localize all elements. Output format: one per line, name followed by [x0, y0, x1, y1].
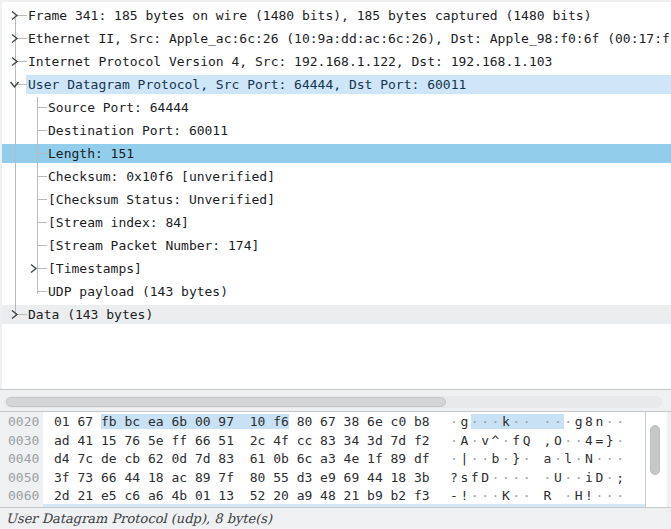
hex-ascii: ·g···k·· ···g8n·· [450, 413, 627, 432]
bytes: 80 67 38 6e c0 b8 [289, 414, 430, 429]
hex-row-0030[interactable]: 0030ad 41 15 76 5e ff 66 51 2c 4f cc 83 … [0, 432, 645, 451]
tree-row-label: Frame 341: 185 bytes on wire (1480 bits)… [28, 8, 592, 23]
vertical-scrollbar-thumb[interactable] [650, 425, 660, 475]
tree-row-ipv4[interactable]: Internet Protocol Version 4, Src: 192.16… [2, 50, 671, 73]
tree-row-frame[interactable]: Frame 341: 185 bytes on wire (1480 bits)… [2, 4, 671, 27]
bytes: ad 41 15 76 5e ff 66 51 2c 4f cc 83 34 3… [54, 433, 430, 448]
hex-row-0050[interactable]: 00503f 73 66 44 18 ac 89 7f 80 55 d3 e9 … [0, 469, 645, 488]
tree-row-label: [Timestamps] [48, 261, 142, 276]
tree-row-udp-payload[interactable]: UDP payload (143 bytes) [2, 280, 671, 303]
hex-ascii: ·|··b·}· a·l·N··· [450, 450, 627, 469]
pane-divider [0, 389, 671, 390]
bytes: ·A·v^·fQ ,O··4=}· [450, 433, 627, 448]
tree-row-label: User Datagram Protocol, Src Port: 64444,… [28, 77, 466, 92]
hex-offset: 0060 [8, 487, 39, 506]
bytes: ·g [450, 414, 471, 429]
status-bar-field-info: User Datagram Protocol (udp), 8 byte(s) [6, 511, 272, 526]
expander-collapsed-icon[interactable] [9, 10, 20, 21]
bytes: 3f 73 66 44 18 ac 89 7f 80 55 d3 e9 69 4… [54, 470, 430, 485]
expander-collapsed-icon[interactable] [28, 263, 39, 274]
hex-ascii: ?sfD···· ·U··iD·; [450, 469, 627, 488]
expander-expanded-icon[interactable] [9, 79, 20, 90]
hex-row-0020[interactable]: 002001 67 fb bc ea 6b 00 97 10 f6 80 67 … [0, 413, 645, 432]
tree-row-label: [Stream Packet Number: 174] [48, 238, 259, 253]
tree-row-udp-destination-port[interactable]: Destination Port: 60011 [2, 119, 671, 142]
tree-row-label: Internet Protocol Version 4, Src: 192.16… [28, 54, 552, 69]
expander-collapsed-icon[interactable] [9, 33, 20, 44]
hex-scrollbar-separator [645, 412, 646, 507]
tree-row-udp-stream-index[interactable]: [Stream index: 84] [2, 211, 671, 234]
tree-row-label: Source Port: 64444 [48, 100, 189, 115]
hex-bytes: 2d 21 e5 c6 a6 4b 01 13 52 20 a9 48 21 b… [54, 487, 430, 506]
bytes: 2d 21 e5 c6 a6 4b 01 13 52 20 a9 48 21 b… [54, 488, 430, 503]
hex-bytes: ad 41 15 76 5e ff 66 51 2c 4f cc 83 34 3… [54, 432, 430, 451]
protocol-tree: Frame 341: 185 bytes on wire (1480 bits)… [2, 2, 671, 326]
bytes: d4 7c de cb 62 0d 7d 83 61 0b 6c a3 4e 1… [54, 451, 430, 466]
hex-ascii: ·A·v^·fQ ,O··4=}· [450, 432, 627, 451]
tree-row-udp-timestamps[interactable]: [Timestamps] [2, 257, 671, 280]
hex-bytes: 3f 73 66 44 18 ac 89 7f 80 55 d3 e9 69 4… [54, 469, 430, 488]
horizontal-scrollbar-thumb[interactable] [6, 397, 446, 407]
expander-collapsed-icon[interactable] [9, 309, 20, 320]
tree-row-label: UDP payload (143 bytes) [48, 284, 228, 299]
hex-offset: 0050 [8, 469, 39, 488]
highlighted-bytes: fb bc ea 6b 00 97 10 f6 [101, 414, 289, 429]
hex-row-0040[interactable]: 0040d4 7c de cb 62 0d 7d 83 61 0b 6c a3 … [0, 450, 645, 469]
hex-bytes: 01 67 fb bc ea 6b 00 97 10 f6 80 67 38 6… [54, 413, 430, 432]
tree-row-udp-stream-packet-number[interactable]: [Stream Packet Number: 174] [2, 234, 671, 257]
tree-row-udp[interactable]: User Datagram Protocol, Src Port: 64444,… [2, 73, 671, 96]
packet-details-pane: Frame 341: 185 bytes on wire (1480 bits)… [2, 2, 671, 389]
hex-offset: 0040 [8, 450, 39, 469]
tree-row-label: [Stream index: 84] [48, 215, 189, 230]
highlighted-bytes: ···k·· ·· [471, 414, 565, 429]
bytes: -!···K·· R ·H!··· [450, 488, 627, 503]
status-bar: User Datagram Protocol (udp), 8 byte(s) [0, 508, 671, 529]
hex-ascii: -!···K·· R ·H!··· [450, 487, 627, 506]
bytes: 01 67 [54, 414, 101, 429]
tree-row-label: Data (143 bytes) [28, 307, 153, 322]
tree-row-udp-checksum[interactable]: Checksum: 0x10f6 [unverified] [2, 165, 671, 188]
hex-dump-rows: 002001 67 fb bc ea 6b 00 97 10 f6 80 67 … [0, 413, 645, 506]
tree-row-udp-source-port[interactable]: Source Port: 64444 [2, 96, 671, 119]
tree-row-data[interactable]: Data (143 bytes) [2, 303, 671, 326]
tree-row-udp-length[interactable]: Length: 151 [2, 142, 671, 165]
tree-row-label: [Checksum Status: Unverified] [48, 192, 275, 207]
tree-row-ethernet[interactable]: Ethernet II, Src: Apple_ac:6c:26 (10:9a:… [2, 27, 671, 50]
expander-collapsed-icon[interactable] [9, 56, 20, 67]
tree-row-label: Destination Port: 60011 [48, 123, 228, 138]
bytes: ·g8n·· [564, 414, 626, 429]
bytes: ?sfD···· ·U··iD·; [450, 470, 627, 485]
hex-offset: 0030 [8, 432, 39, 451]
tree-row-label: Ethernet II, Src: Apple_ac:6c:26 (10:9a:… [28, 31, 670, 46]
hex-offset: 0020 [8, 413, 39, 432]
tree-row-label: Length: 151 [48, 146, 134, 161]
tree-row-label: Checksum: 0x10f6 [unverified] [48, 169, 275, 184]
hex-bytes: d4 7c de cb 62 0d 7d 83 61 0b 6c a3 4e 1… [54, 450, 430, 469]
bytes: ·|··b·}· a·l·N··· [450, 451, 627, 466]
tree-row-udp-checksum-status[interactable]: [Checksum Status: Unverified] [2, 188, 671, 211]
hex-row-0060[interactable]: 00602d 21 e5 c6 a6 4b 01 13 52 20 a9 48 … [0, 487, 645, 506]
